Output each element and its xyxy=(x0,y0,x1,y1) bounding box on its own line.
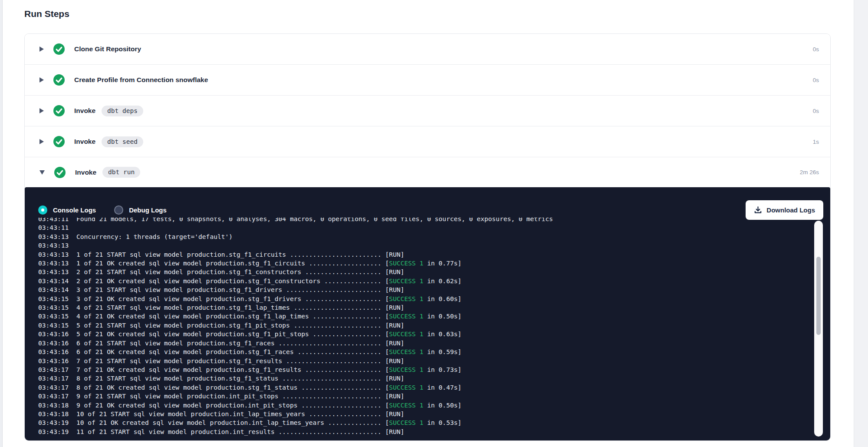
step-command-badge: dbt run xyxy=(102,167,140,178)
step-label: Invoke xyxy=(74,138,95,146)
log-content: 03:43:11 Found 21 models, 17 tests, 0 sn… xyxy=(38,218,813,436)
download-logs-label: Download Logs xyxy=(766,206,815,214)
caret-right-icon xyxy=(39,77,44,83)
radio-label: Debug Logs xyxy=(129,206,167,214)
log-line: 03:43:17 9 of 21 START sql view model pr… xyxy=(38,392,813,401)
log-viewport[interactable]: 03:43:11 Found 21 models, 17 tests, 0 sn… xyxy=(25,218,813,437)
log-line: 03:43:11 Found 21 models, 17 tests, 0 sn… xyxy=(38,218,813,223)
caret-right-icon xyxy=(39,108,44,113)
log-line: 03:43:18 10 of 21 START sql view model p… xyxy=(38,410,813,418)
log-line: 03:43:14 2 of 21 OK created sql view mod… xyxy=(38,277,813,285)
log-line: 03:43:18 9 of 21 OK created sql view mod… xyxy=(38,401,813,410)
step-command-badge: dbt deps xyxy=(102,106,143,116)
download-icon xyxy=(754,206,762,214)
radio-selected-icon xyxy=(38,205,47,215)
step-row-create-profile[interactable]: Create Profile from Connection snowflake… xyxy=(25,65,830,96)
log-line: 03:43:16 6 of 21 START sql view model pr… xyxy=(38,339,813,348)
step-duration: 0s xyxy=(813,77,819,83)
step-row-clone-git-repository[interactable]: Clone Git Repository 0s xyxy=(25,34,830,65)
radio-unselected-icon xyxy=(114,205,123,215)
log-line: 03:43:15 5 of 21 START sql view model pr… xyxy=(38,321,813,330)
log-scrollbar-track[interactable] xyxy=(814,221,823,437)
step-duration: 0s xyxy=(813,108,819,114)
log-line: 03:43:15 4 of 21 OK created sql view mod… xyxy=(38,312,813,321)
step-duration: 2m 26s xyxy=(800,169,819,175)
console-log-panel: Console Logs Debug Logs Download Logs 03… xyxy=(25,187,830,440)
download-logs-button[interactable]: Download Logs xyxy=(746,200,823,220)
check-circle-icon xyxy=(53,43,65,55)
step-row-invoke-dbt-deps[interactable]: Invoke dbt deps 0s xyxy=(25,96,830,126)
step-label: Invoke xyxy=(74,107,95,115)
caret-right-icon xyxy=(39,139,44,144)
step-duration: 0s xyxy=(813,46,819,53)
step-duration: 1s xyxy=(813,139,819,145)
run-steps-card: Clone Git Repository 0s Create Profile f… xyxy=(24,33,831,441)
log-line: 03:43:13 Concurrency: 1 threads (target=… xyxy=(38,232,813,241)
page-left-gutter xyxy=(0,0,3,447)
page-title: Run Steps xyxy=(24,9,831,19)
console-header: Console Logs Debug Logs Download Logs xyxy=(25,187,830,220)
check-circle-icon xyxy=(54,167,66,178)
check-circle-icon xyxy=(53,136,65,147)
log-line: 03:43:13 xyxy=(38,241,813,250)
step-label: Clone Git Repository xyxy=(74,45,141,53)
debug-logs-radio[interactable]: Debug Logs xyxy=(114,205,167,215)
check-circle-icon xyxy=(53,105,65,116)
step-command-badge: dbt seed xyxy=(102,136,143,147)
radio-label: Console Logs xyxy=(53,206,96,214)
step-label: Invoke xyxy=(75,169,96,176)
log-line: 03:43:16 5 of 21 OK created sql view mod… xyxy=(38,330,813,338)
log-scrollbar-thumb[interactable] xyxy=(816,257,821,335)
log-line: 03:43:16 6 of 21 OK created sql view mod… xyxy=(38,348,813,356)
log-line: 03:43:13 2 of 21 START sql view model pr… xyxy=(38,268,813,276)
check-circle-icon xyxy=(53,74,65,86)
log-line: 03:43:19 11 of 21 START sql view model p… xyxy=(38,427,813,436)
log-line: 03:43:14 3 of 21 START sql view model pr… xyxy=(38,285,813,294)
log-line: 03:43:19 10 of 21 OK created sql view mo… xyxy=(38,418,813,427)
caret-right-icon xyxy=(39,46,44,52)
page-right-gutter xyxy=(854,0,868,447)
console-logs-radio[interactable]: Console Logs xyxy=(38,205,96,215)
log-line: 03:43:15 4 of 21 START sql view model pr… xyxy=(38,303,813,312)
log-line: 03:43:11 xyxy=(38,223,813,232)
log-line: 03:43:13 1 of 21 START sql view model pr… xyxy=(38,250,813,259)
step-label: Create Profile from Connection snowflake xyxy=(74,76,208,84)
run-steps-section: Run Steps Clone Git Repository 0s Create… xyxy=(24,0,831,441)
log-line: 03:43:17 8 of 21 START sql view model pr… xyxy=(38,374,813,383)
log-line: 03:43:13 1 of 21 OK created sql view mod… xyxy=(38,259,813,268)
caret-down-icon xyxy=(39,170,45,175)
log-line: 03:43:15 3 of 21 OK created sql view mod… xyxy=(38,295,813,303)
log-line: 03:43:17 8 of 21 OK created sql view mod… xyxy=(38,383,813,392)
step-row-invoke-dbt-run[interactable]: Invoke dbt run 2m 26s xyxy=(25,157,830,187)
log-line: 03:43:17 7 of 21 OK created sql view mod… xyxy=(38,365,813,374)
step-row-invoke-dbt-seed[interactable]: Invoke dbt seed 1s xyxy=(25,126,830,157)
log-line: 03:43:16 7 of 21 START sql view model pr… xyxy=(38,357,813,365)
